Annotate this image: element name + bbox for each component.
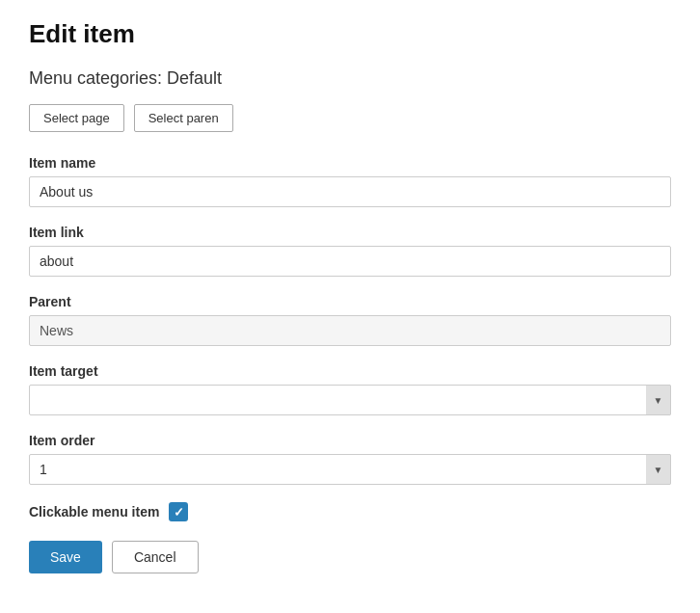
parent-value: News [29,315,671,346]
item-name-input[interactable] [29,176,671,207]
action-row: Save Cancel [29,541,671,573]
item-link-group: Item link [29,225,671,277]
cancel-button[interactable]: Cancel [112,541,199,573]
item-name-group: Item name [29,155,671,207]
top-button-row: Select page Select paren [29,104,671,132]
item-link-input[interactable] [29,246,671,277]
clickable-menu-item-checkbox[interactable] [169,502,188,521]
page-title: Edit item [29,19,671,49]
page-container: Edit item Menu categories: Default Selec… [0,0,700,613]
item-order-label: Item order [29,433,671,448]
item-target-select[interactable]: _blank _self [29,385,671,415]
item-target-select-wrapper: _blank _self [29,385,671,415]
item-link-label: Item link [29,225,671,240]
item-name-label: Item name [29,155,671,171]
item-target-group: Item target _blank _self [29,363,671,415]
clickable-menu-item-label: Clickable menu item [29,504,159,520]
item-order-group: Item order 1 2 3 4 5 [29,433,671,485]
select-page-button[interactable]: Select page [29,104,124,132]
save-button[interactable]: Save [29,541,102,573]
select-parent-button[interactable]: Select paren [134,104,233,132]
item-target-label: Item target [29,363,671,379]
parent-label: Parent [29,294,671,309]
item-order-select-wrapper: 1 2 3 4 5 [29,454,671,485]
item-order-select[interactable]: 1 2 3 4 5 [29,454,671,485]
parent-group: Parent News [29,294,671,346]
menu-categories-heading: Menu categories: Default [29,68,671,89]
clickable-menu-item-row: Clickable menu item [29,502,671,521]
